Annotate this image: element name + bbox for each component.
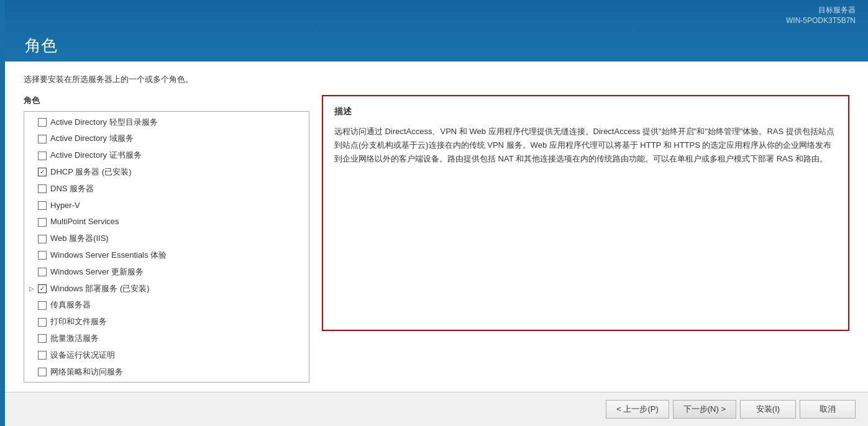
expand-icon-dhcp [29,167,38,177]
roles-column-header: 角色 [24,95,309,106]
expand-icon-deployment[interactable]: ▷ [29,284,38,294]
role-label-ad-lightweight: Active Directory 轻型目录服务 [50,116,158,129]
checkbox-print[interactable] [38,318,47,327]
expand-icon-activation [29,333,38,343]
page-title: 角色 [25,35,843,57]
role-item-network-policy[interactable]: 网络策略和访问服务 [24,364,309,381]
role-label-fax: 传真服务器 [50,299,91,312]
checkbox-device-health[interactable] [38,351,47,360]
checkbox-web-iis[interactable] [38,235,47,243]
page-title-area: 角色 [0,29,868,61]
expand-icon-multipoint [29,217,38,227]
role-label-print: 打印和文件服务 [50,315,107,329]
role-label-dhcp: DHCP 服务器 (已安装) [50,166,131,179]
target-server-name: WIN-5PODK3T5B7N [786,16,856,26]
main-container: 目标服务器 WIN-5PODK3T5B7N 角色 选择要安装在所选服务器上的一个… [0,0,868,426]
columns-container: 角色 Active Directory 轻型目录服务 [24,95,849,383]
checkbox-dhcp[interactable] [38,168,47,176]
role-item-essentials[interactable]: Windows Server Essentials 体验 [24,247,309,264]
role-label-hyper-v: Hyper-V [50,199,80,212]
checkbox-dns[interactable] [38,184,47,193]
instruction-text: 选择要安装在所选服务器上的一个或多个角色。 [24,74,849,85]
expand-icon-ad-lightweight [29,117,38,127]
role-label-network-policy: 网络策略和访问服务 [50,366,123,379]
prev-button[interactable]: < 上一步(P) [606,400,669,419]
checkbox-ad-cert[interactable] [38,152,47,160]
expand-icon-dns [29,184,38,194]
expand-icon-hyper-v [29,201,38,211]
role-item-hyper-v[interactable]: Hyper-V [24,197,309,214]
expand-icon-fax [29,301,38,310]
description-box: 描述 远程访问通过 DirectAccess、VPN 和 Web 应用程序代理提… [322,95,849,331]
expand-icon-update [29,267,38,277]
role-item-ad-lightweight[interactable]: Active Directory 轻型目录服务 [24,114,309,131]
checkbox-multipoint[interactable] [38,218,47,227]
left-accent-bar [0,0,5,426]
role-label-ad-domain: Active Directory 域服务 [50,132,134,145]
role-item-ad-domain[interactable]: Active Directory 域服务 [24,130,309,147]
role-label-ad-cert: Active Directory 证书服务 [50,149,142,162]
bottom-bar: < 上一步(P) 下一步(N) > 安装(I) 取消 [0,392,868,426]
cancel-button[interactable]: 取消 [800,400,856,419]
role-item-dns[interactable]: DNS 服务器 [24,181,309,197]
description-text: 远程访问通过 DirectAccess、VPN 和 Web 应用程序代理提供无缝… [334,125,837,166]
checkbox-ad-domain[interactable] [38,135,47,143]
expand-icon-essentials [29,250,38,260]
roles-list: Active Directory 轻型目录服务 Active Directory… [24,112,309,383]
roles-list-container[interactable]: Active Directory 轻型目录服务 Active Directory… [24,111,309,383]
role-item-deployment[interactable]: ▷ Windows 部署服务 (已安装) [24,281,309,297]
expand-icon-device-health [29,350,38,360]
checkbox-deployment[interactable] [38,284,47,293]
role-label-device-health: 设备运行状况证明 [50,349,115,362]
role-label-dns: DNS 服务器 [50,183,94,196]
target-server-info: 目标服务器 WIN-5PODK3T5B7N [786,5,856,26]
expand-icon-print [29,317,38,327]
expand-icon-web-iis [29,234,38,244]
checkbox-essentials[interactable] [38,251,47,260]
next-button[interactable]: 下一步(N) > [673,400,736,419]
expand-icon-ad-domain [29,134,38,144]
expand-icon-network-policy [29,367,38,377]
install-button[interactable]: 安装(I) [740,400,796,419]
checkbox-fax[interactable] [38,301,47,310]
expand-icon-ad-cert [29,151,38,161]
role-label-web-iis: Web 服务器(IIS) [50,232,109,245]
role-label-file-storage: 文件和存储服务 (2 个已安装，共 12 个) [50,382,191,383]
role-item-fax[interactable]: 传真服务器 [24,297,309,314]
target-server-label: 目标服务器 [786,5,856,16]
checkbox-activation[interactable] [38,334,47,343]
checkbox-hyper-v[interactable] [38,201,47,210]
role-item-multipoint[interactable]: MultiPoint Services [24,214,309,230]
role-item-web-iis[interactable]: Web 服务器(IIS) [24,230,309,247]
role-item-ad-cert[interactable]: Active Directory 证书服务 [24,147,309,164]
role-label-activation: 批量激活服务 [50,332,99,345]
role-label-update: Windows Server 更新服务 [50,266,144,279]
role-label-multipoint: MultiPoint Services [50,215,119,229]
role-label-deployment: Windows 部署服务 (已安装) [50,283,150,296]
role-item-device-health[interactable]: 设备运行状况证明 [24,347,309,364]
role-item-activation[interactable]: 批量激活服务 [24,330,309,347]
roles-column: 角色 Active Directory 轻型目录服务 [24,95,309,383]
role-item-file-storage[interactable]: ▽ 文件和存储服务 (2 个已安装，共 12 个) [24,380,309,383]
content-area: 选择要安装在所选服务器上的一个或多个角色。 角色 Active Director… [5,61,868,392]
role-item-dhcp[interactable]: DHCP 服务器 (已安装) [24,164,309,181]
checkbox-network-policy[interactable] [38,368,47,376]
checkbox-ad-lightweight[interactable] [38,118,47,127]
role-item-print[interactable]: 打印和文件服务 [24,314,309,330]
description-title: 描述 [334,106,837,117]
role-label-essentials: Windows Server Essentials 体验 [50,249,167,262]
role-item-update[interactable]: Windows Server 更新服务 [24,264,309,281]
checkbox-update[interactable] [38,268,47,276]
top-bar: 目标服务器 WIN-5PODK3T5B7N [0,0,868,29]
description-column: 描述 远程访问通过 DirectAccess、VPN 和 Web 应用程序代理提… [322,95,849,383]
